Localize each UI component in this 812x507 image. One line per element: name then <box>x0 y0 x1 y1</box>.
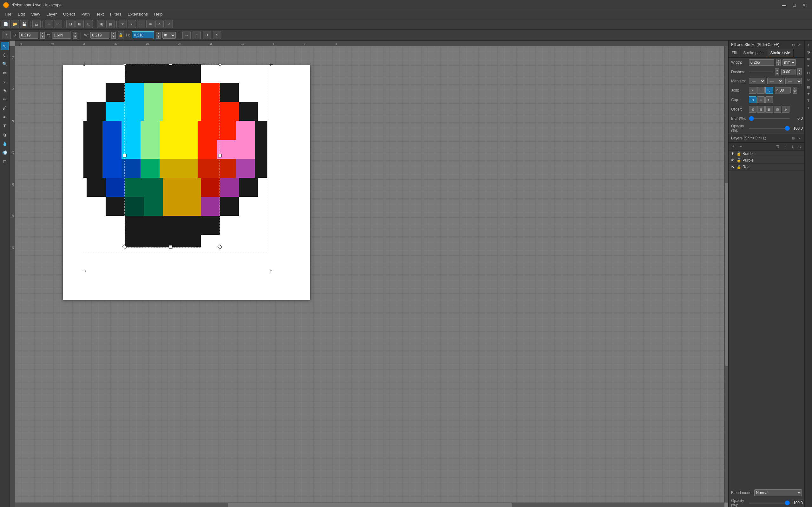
zoom-fit-button[interactable]: ⊡ <box>66 20 74 28</box>
flip-h-btn[interactable]: ↔ <box>183 31 191 39</box>
marker-end[interactable]: — <box>785 78 802 84</box>
y-spin-up[interactable]: ▲ <box>73 32 78 35</box>
close-button[interactable]: ✕ <box>800 2 809 9</box>
layer-move-down-btn[interactable]: ↓ <box>789 144 796 149</box>
remove-layer-btn[interactable]: − <box>738 144 744 149</box>
tab-stroke-paint[interactable]: Stroke paint <box>740 49 767 57</box>
calligraphy-tool[interactable]: ✒ <box>1 113 9 121</box>
cap-square-btn[interactable]: ⊔ <box>765 96 773 103</box>
dash-offset-down[interactable]: ▼ <box>798 72 802 75</box>
layer-row-border[interactable]: 👁 🔓 Border <box>728 151 804 157</box>
menu-text[interactable]: Text <box>93 11 107 17</box>
tab-fill[interactable]: Fill <box>728 49 740 57</box>
panel-undock[interactable]: ⊡ <box>791 42 796 47</box>
order-paint-stroke-btn[interactable]: ⊟ <box>757 106 765 113</box>
menu-file[interactable]: File <box>2 11 14 17</box>
zoom-tool[interactable]: 🔍 <box>1 60 9 68</box>
layer-border-lock[interactable]: 🔓 <box>737 152 741 156</box>
fill-stroke-btn[interactable]: ◑ <box>805 49 812 55</box>
select-tool-btn[interactable]: ↖ <box>3 31 11 39</box>
pencil-tool[interactable]: ✏ <box>1 95 9 103</box>
maximize-button[interactable]: □ <box>790 2 799 9</box>
scrollbar-vertical[interactable] <box>724 46 728 503</box>
align-right-button[interactable]: ⫨ <box>137 20 145 28</box>
y-spin-down[interactable]: ▼ <box>73 35 78 39</box>
dash-offset-input[interactable] <box>781 69 796 75</box>
dash-spin-down[interactable]: ▼ <box>775 72 779 75</box>
menu-extensions[interactable]: Extensions <box>124 11 151 17</box>
join-limit-down[interactable]: ▼ <box>793 90 797 94</box>
order-fill-paint-btn[interactable]: ⊡ <box>774 106 781 113</box>
menu-layer[interactable]: Layer <box>43 11 60 17</box>
save-button[interactable]: 💾 <box>20 20 28 28</box>
eraser-tool[interactable]: ◻ <box>1 157 9 165</box>
align-middle-button[interactable]: ⩪ <box>155 20 164 28</box>
canvas-area[interactable]: -45 -40 -35 -30 -25 -20 -15 -10 -5 0 5 <box>9 41 728 507</box>
layer-opacity-slider[interactable] <box>749 503 790 504</box>
menu-filters[interactable]: Filters <box>107 11 124 17</box>
opacity-slider[interactable] <box>749 128 790 129</box>
circle-tool[interactable]: ○ <box>1 77 9 86</box>
zoom-drawing-button[interactable]: ⊟ <box>85 20 93 28</box>
join-bevel-btn[interactable]: ◺ <box>765 87 773 94</box>
unit-select[interactable]: in px mm cm <box>162 32 176 39</box>
group-button[interactable]: ▣ <box>97 20 105 28</box>
node-tool[interactable]: ⬡ <box>1 51 9 59</box>
width-spin-up[interactable]: ▲ <box>776 59 780 62</box>
layers-close[interactable]: ✕ <box>797 135 802 141</box>
guides-btn[interactable]: + <box>805 105 812 111</box>
layer-move-up-btn[interactable]: ↑ <box>782 144 788 149</box>
menu-edit[interactable]: Edit <box>14 11 28 17</box>
layer-move-top-btn[interactable]: ⇈ <box>774 144 781 149</box>
x-spin-down[interactable]: ▼ <box>40 35 45 39</box>
scrollbar-h-thumb[interactable] <box>228 503 512 507</box>
star-tool[interactable]: ★ <box>1 86 9 95</box>
redo-button[interactable]: ↪ <box>54 20 62 28</box>
print-button[interactable]: 🖨 <box>32 20 41 28</box>
lock-ratio-btn[interactable]: 🔒 <box>118 31 124 39</box>
marker-start[interactable]: — <box>749 78 765 84</box>
w-spin-down[interactable]: ▼ <box>111 35 116 39</box>
menu-view[interactable]: View <box>28 11 43 17</box>
dropper-tool[interactable]: 💧 <box>1 139 9 148</box>
w-input[interactable] <box>90 32 109 39</box>
ungroup-button[interactable]: ▤ <box>106 20 114 28</box>
swatches-btn[interactable]: ▦ <box>805 83 812 90</box>
panel-close[interactable]: ✕ <box>797 42 802 47</box>
align-center-button[interactable]: ⫰ <box>128 20 136 28</box>
order-stroke-fill-btn[interactable]: ⊕ <box>782 106 790 113</box>
join-limit-input[interactable] <box>775 87 791 94</box>
layer-red-eye[interactable]: 👁 <box>730 165 735 169</box>
h-spin-down[interactable]: ▼ <box>156 35 160 39</box>
width-unit[interactable]: mm px in <box>782 59 796 66</box>
zoom-page-button[interactable]: ⊞ <box>75 20 84 28</box>
flip-v-btn[interactable]: ↕ <box>193 31 201 39</box>
layer-row-red[interactable]: 👁 🔓 Red <box>728 164 804 170</box>
width-spin-down[interactable]: ▼ <box>776 62 780 66</box>
text-btn[interactable]: T <box>805 98 812 104</box>
order-paint-fill-btn[interactable]: ⊠ <box>749 106 757 113</box>
xml-editor-btn[interactable]: X <box>805 42 812 48</box>
cap-round-btn[interactable]: ⌓ <box>757 96 765 103</box>
spray-tool[interactable]: 💨 <box>1 148 9 157</box>
w-spin-up[interactable]: ▲ <box>111 32 116 35</box>
join-miter-btn[interactable]: ⌐ <box>749 87 757 94</box>
join-round-btn[interactable]: ⌒ <box>757 87 765 94</box>
new-button[interactable]: 📄 <box>2 20 10 28</box>
x-spin-up[interactable]: ▲ <box>40 32 45 35</box>
minimize-button[interactable]: — <box>780 2 789 9</box>
layer-border-eye[interactable]: 👁 <box>730 152 735 156</box>
layers-undock[interactable]: ⊡ <box>791 135 796 141</box>
order-markers-btn[interactable]: ⊞ <box>765 106 773 113</box>
rotate-ccw-btn[interactable]: ↺ <box>203 31 211 39</box>
object-props-btn[interactable]: ⊞ <box>805 56 812 62</box>
menu-object[interactable]: Object <box>60 11 78 17</box>
undo-button[interactable]: ↩ <box>45 20 53 28</box>
h-input[interactable] <box>133 32 153 38</box>
gradient-tool[interactable]: ◑ <box>1 130 9 139</box>
select-tool[interactable]: ↖ <box>1 42 9 50</box>
dash-pattern-preview[interactable] <box>749 72 773 72</box>
align-bottom-button[interactable]: ⩫ <box>165 20 173 28</box>
cap-butt-btn[interactable]: ⊓ <box>749 96 757 103</box>
layer-row-purple[interactable]: 👁 🔓 Purple <box>728 157 804 164</box>
